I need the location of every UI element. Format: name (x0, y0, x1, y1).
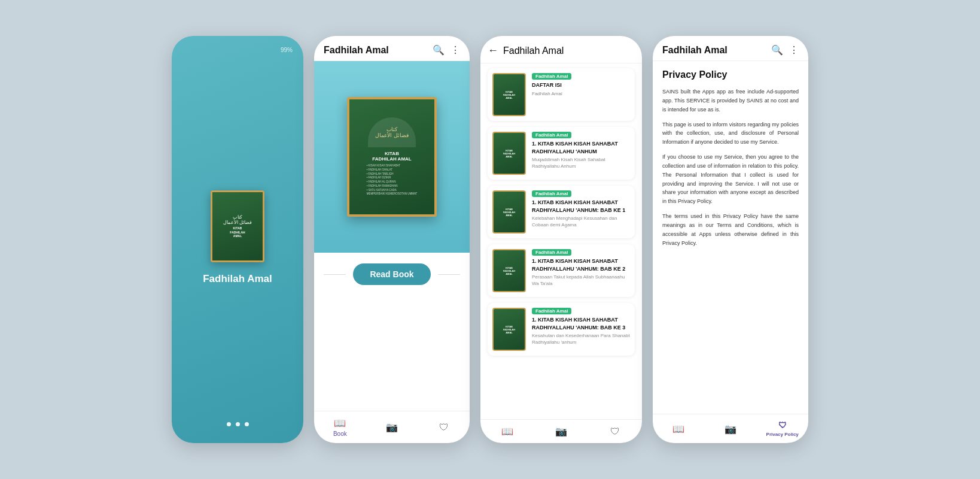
book-detail-cover-area: كتابفضائل الأعمال KITABFADHILAH AMAL • K… (314, 61, 470, 253)
cover-arch: كتابفضائل الأعمال (368, 117, 416, 147)
shield-nav-icon-4: 🛡 (778, 420, 787, 430)
cover-title-main: KITABFADHILAH AMAL (372, 151, 411, 162)
screen-book-detail: Fadhilah Amal 🔍 ⋮ كتابفضائل الأعمال KITA… (314, 36, 470, 443)
book-list-app-title: Fadhilah Amal (503, 46, 564, 56)
dot-3 (245, 422, 249, 426)
list-item-cover: KITABFADHILAHAMAL (492, 249, 526, 292)
shield-nav-icon-3: 🛡 (610, 426, 620, 437)
book-nav-icon-4: 📖 (672, 423, 684, 435)
status-bar: 99% (172, 47, 303, 53)
list-item-title: 1. KITAB KISAH KISAH SAHABAT RADHIYALLAH… (532, 140, 630, 155)
nav-book-label: Book (333, 431, 347, 437)
more-options-icon-privacy[interactable]: ⋮ (789, 44, 799, 56)
privacy-para-3: If you choose to use my Service, then yo… (662, 153, 799, 206)
read-book-button[interactable]: Read Book (353, 263, 430, 285)
battery-status: 99% (281, 47, 293, 53)
list-item[interactable]: KITABFADHILAHAMAL Fadhilah Amal 1. KITAB… (488, 127, 635, 180)
list-item[interactable]: KITABFADHILAHAMAL Fadhilah Amal DAFTAR I… (488, 68, 635, 121)
nav-shield-3[interactable]: 🛡 (588, 420, 642, 443)
list-item-badge: Fadhilah Amal (532, 308, 571, 314)
pagination-dots (227, 422, 249, 426)
screen-book-list: ← Fadhilah Amal KITABFADHILAHAMAL Fadhil… (480, 36, 642, 443)
nav-camera-4[interactable]: 📷 (705, 414, 757, 443)
splash-book-cover: كتابفضائل الأعمال KITABFADHILAHAMAL (211, 190, 264, 262)
nav-shield[interactable]: 🛡 (418, 411, 470, 443)
list-item-cover: KITABFADHILAHAMAL (492, 190, 526, 234)
privacy-header: Fadhilah Amal 🔍 ⋮ (653, 36, 808, 61)
list-item-cover: KITABFADHILAHAMAL (492, 132, 526, 175)
cover-title: KITABFADHILAHAMAL (230, 226, 245, 238)
book-list-header: ← Fadhilah Amal (480, 36, 642, 63)
list-item-cover: KITABFADHILAHAMAL (492, 73, 526, 116)
list-item-badge: Fadhilah Amal (532, 190, 571, 197)
book-nav-icon: 📖 (334, 417, 346, 429)
nav-book-4[interactable]: 📖 (653, 414, 705, 443)
list-item-info: Fadhilah Amal 1. KITAB KISAH KISAH SAHAB… (532, 132, 630, 175)
privacy-content: Privacy Policy SAINS built the Apps app … (653, 61, 808, 414)
list-item-badge: Fadhilah Amal (532, 132, 571, 138)
back-button[interactable]: ← (488, 44, 498, 57)
dot-2 (236, 422, 240, 426)
list-item-subtitle: Kelebahan Menghadapi Kesusahan dan Cobaa… (532, 216, 630, 228)
nav-camera[interactable]: 📷 (366, 411, 418, 443)
privacy-para-2: This page is used to inform visitors reg… (662, 120, 799, 147)
list-item-info: Fadhilah Amal DAFTAR ISI Fadhilah Amal (532, 73, 630, 116)
nav-camera-3[interactable]: 📷 (534, 420, 588, 443)
splash-title: Fadhilah Amal (203, 273, 272, 285)
list-item-badge: Fadhilah Amal (532, 249, 571, 256)
camera-nav-icon: 📷 (386, 422, 398, 433)
list-item-info: Fadhilah Amal 1. KITAB KISAH KISAH SAHAB… (532, 249, 630, 292)
list-item[interactable]: KITABFADHILAHAMAL Fadhilah Amal 1. KITAB… (488, 244, 635, 297)
divider-left (324, 274, 346, 275)
nav-privacy-policy[interactable]: 🛡 Privacy Policy (756, 414, 808, 443)
screen-privacy-policy: Fadhilah Amal 🔍 ⋮ Privacy Policy SAINS b… (653, 36, 808, 443)
book-list: KITABFADHILAHAMAL Fadhilah Amal DAFTAR I… (480, 63, 642, 419)
header-icons: 🔍 ⋮ (433, 44, 460, 56)
list-item-title: 1. KITAB KISAH KISAH SAHABAT RADHIYALLAH… (532, 316, 630, 331)
nav-privacy-label: Privacy Policy (766, 432, 799, 437)
splash-center: كتابفضائل الأعمال KITABFADHILAHAMAL Fadh… (203, 53, 272, 422)
list-item-info: Fadhilah Amal 1. KITAB KISAH KISAH SAHAB… (532, 308, 630, 351)
book-detail-header: Fadhilah Amal 🔍 ⋮ (314, 36, 470, 61)
cover-arabic-detail: كتابفضائل الأعمال (375, 126, 409, 138)
list-item[interactable]: KITABFADHILAHAMAL Fadhilah Amal 1. KITAB… (488, 303, 635, 356)
book-cover-main: كتابفضائل الأعمال KITABFADHILAH AMAL • K… (347, 97, 437, 217)
book-detail-app-title: Fadhilah Amal (324, 45, 389, 56)
list-item-subtitle: Perasaan Takut kepada Allah Subhaanaahu … (532, 274, 630, 287)
list-item-info: Fadhilah Amal 1. KITAB KISAH KISAH SAHAB… (532, 190, 630, 234)
dot-1 (227, 422, 231, 426)
read-book-section: Read Book (314, 253, 470, 296)
divider-right (438, 274, 460, 275)
list-item-badge: Fadhilah Amal (532, 73, 571, 80)
search-icon[interactable]: 🔍 (433, 44, 445, 56)
list-item-cover: KITABFADHILAHAMAL (492, 308, 526, 351)
privacy-app-title: Fadhilah Amal (662, 45, 728, 56)
privacy-header-icons: 🔍 ⋮ (771, 44, 799, 56)
privacy-para-1: SAINS built the Apps app as free include… (662, 87, 799, 114)
screens-container: 99% كتابفضائل الأعمال KITABFADHILAHAMAL … (172, 36, 808, 443)
more-options-icon[interactable]: ⋮ (451, 44, 460, 56)
list-item[interactable]: KITABFADHILAHAMAL Fadhilah Amal 1. KITAB… (488, 186, 635, 238)
privacy-para-4: The terms used in this Privacy Policy ha… (662, 212, 799, 247)
bottom-nav-2: 📖 Book 📷 🛡 (314, 411, 470, 443)
list-item-subtitle: Kesahutan dan Kesederhanaan Para Shanabt… (532, 333, 630, 345)
shield-nav-icon: 🛡 (439, 422, 449, 433)
bottom-nav-4: 📖 📷 🛡 Privacy Policy (653, 414, 808, 443)
search-icon-privacy[interactable]: 🔍 (771, 44, 783, 56)
book-nav-icon-3: 📖 (501, 426, 513, 437)
cover-arabic: كتابفضائل الأعمال (223, 214, 252, 225)
bottom-nav-3: 📖 📷 🛡 (480, 419, 642, 443)
cover-subtitle-list: • KISAH KISAH SHAHABAT • FADHILAH SHALAT… (367, 164, 418, 196)
list-item-title: 1. KITAB KISAH KISAH SAHABAT RADHIYALLAH… (532, 257, 630, 272)
camera-nav-icon-4: 📷 (725, 423, 736, 435)
camera-nav-icon-3: 📷 (555, 426, 567, 437)
privacy-policy-title: Privacy Policy (662, 69, 799, 80)
list-item-subtitle: Muqaddimah Kisah Kisah Sahabat Radhiyall… (532, 157, 630, 169)
nav-book-3[interactable]: 📖 (480, 420, 534, 443)
list-item-subtitle: Fadhilah Amal (532, 91, 630, 97)
list-item-title: DAFTAR ISI (532, 81, 630, 89)
list-item-title: 1. KITAB KISAH KISAH SAHABAT RADHIYALLAH… (532, 199, 630, 214)
screen-splash: 99% كتابفضائل الأعمال KITABFADHILAHAMAL … (172, 36, 303, 443)
nav-book[interactable]: 📖 Book (314, 411, 366, 443)
